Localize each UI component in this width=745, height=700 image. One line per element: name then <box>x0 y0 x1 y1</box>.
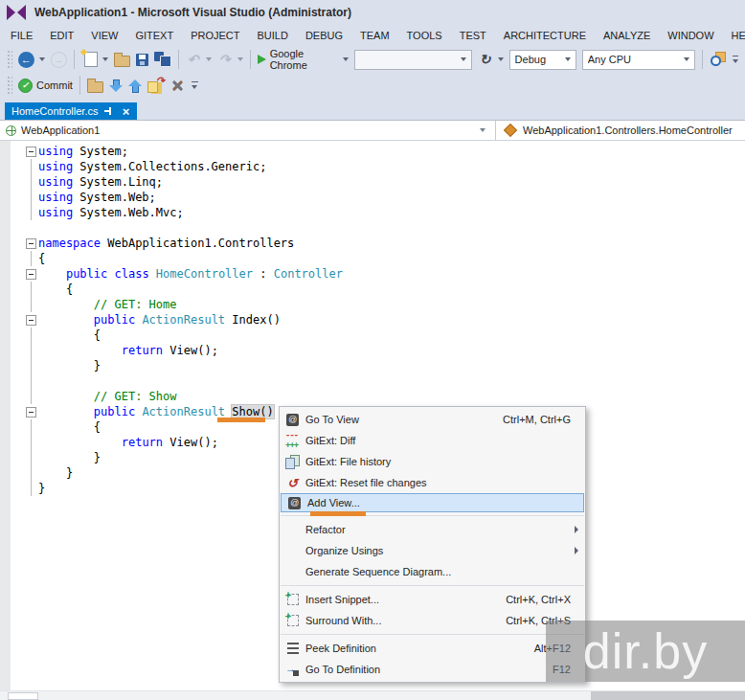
menu-architecture[interactable]: ARCHITECTURE <box>495 27 595 44</box>
menu-project[interactable]: PROJECT <box>182 27 248 44</box>
chevron-down-icon[interactable] <box>206 57 212 61</box>
redo-button[interactable] <box>214 50 246 69</box>
outline-guide-line <box>31 297 32 312</box>
code-line[interactable]: public class HomeController : Controller <box>11 266 745 282</box>
code-line[interactable]: { <box>11 251 745 266</box>
toolbar-drag-handle[interactable] <box>7 76 12 95</box>
peek-definition-icon <box>280 643 305 654</box>
context-menu-item-organize-usings[interactable]: Organize Usings <box>280 540 585 561</box>
menu-edit[interactable]: EDIT <box>41 27 82 44</box>
repo-folder-button[interactable] <box>84 76 106 95</box>
context-menu-item-go-to-definition[interactable]: Go To DefinitionF12 <box>280 659 585 680</box>
save-all-button[interactable] <box>151 50 174 69</box>
close-icon[interactable] <box>121 105 130 117</box>
window-chrome: WebApplication1 - Microsoft Visual Studi… <box>0 0 745 120</box>
settings-tools-button[interactable] <box>167 77 188 95</box>
scrollbar-splitter-box[interactable] <box>8 692 38 700</box>
menu-gitext[interactable]: GITEXT <box>126 27 182 44</box>
commit-check-button[interactable]: Commit <box>15 77 76 95</box>
context-menu-item-gitext-diff[interactable]: GitExt: Diff <box>280 430 585 451</box>
toolbar-overflow-button[interactable] <box>190 78 201 93</box>
context-menu-item-go-to-view[interactable]: Go To ViewCtrl+M, Ctrl+G <box>280 409 585 430</box>
menu-debug[interactable]: DEBUG <box>297 27 351 44</box>
code-line[interactable]: using System.Web; <box>11 190 745 205</box>
toolbar-drag-handle[interactable] <box>7 50 12 69</box>
code-line[interactable]: using System.Collections.Generic; <box>11 159 745 174</box>
collapse-box-icon[interactable] <box>26 147 36 157</box>
razor-view-icon <box>280 414 305 426</box>
menu-window[interactable]: WINDOW <box>659 27 722 44</box>
code-line[interactable]: using System.Web.Mvc; <box>11 205 745 220</box>
code-line[interactable]: namespace WebApplication1.Controllers <box>11 236 745 251</box>
chevron-down-icon[interactable] <box>39 57 45 61</box>
fold-margin <box>11 236 38 251</box>
outline-guide-line <box>31 373 32 389</box>
code-line[interactable]: { <box>11 327 745 343</box>
menu-help[interactable]: HELP <box>723 27 745 44</box>
code-line[interactable]: // GET: Home <box>11 297 745 312</box>
config-value: Debug <box>515 54 565 65</box>
save-button[interactable] <box>133 52 151 68</box>
context-menu-item-add-view[interactable]: Add View... <box>281 493 584 512</box>
chevron-down-icon[interactable] <box>343 57 349 61</box>
pin-icon[interactable] <box>104 106 114 116</box>
commit-check-label: Commit <box>36 79 73 91</box>
config-combo[interactable]: Debug <box>509 50 576 70</box>
context-menu-item-insert-snippet[interactable]: Insert Snippet...Ctrl+K, Ctrl+X <box>280 589 585 610</box>
tab-homecontroller-cs[interactable]: HomeController.cs <box>5 102 137 120</box>
menu-analyze[interactable]: ANALYZE <box>595 27 659 44</box>
menu-tools[interactable]: TOOLS <box>398 27 451 44</box>
menu-team[interactable]: TEAM <box>351 27 398 44</box>
context-menu-item-gitext-reset-file-changes[interactable]: GitExt: Reset file changes <box>280 472 585 493</box>
context-menu-item-gitext-file-history[interactable]: GitExt: File history <box>280 451 585 472</box>
save-all-icon <box>154 52 171 67</box>
code-line[interactable] <box>11 373 745 389</box>
code-text: using System.Web; <box>38 190 156 205</box>
outline-guide-line <box>31 282 32 297</box>
open-folder-button[interactable] <box>111 50 133 69</box>
refresh-button[interactable] <box>475 50 507 69</box>
context-menu-item-generate-sequence-diagram[interactable]: Generate Sequence Diagram... <box>280 561 585 582</box>
code-line[interactable]: using System; <box>11 144 745 159</box>
context-menu-item-refactor[interactable]: Refactor <box>280 519 585 540</box>
context-menu-item-peek-definition[interactable]: Peek DefinitionAlt+F12 <box>280 638 585 659</box>
menu-view[interactable]: VIEW <box>82 27 126 44</box>
menu-build[interactable]: BUILD <box>249 27 297 44</box>
undo-button[interactable] <box>183 50 214 69</box>
code-line[interactable]: public ActionResult Index() <box>11 312 745 327</box>
collapse-box-icon[interactable] <box>26 407 36 418</box>
menu-test[interactable]: TEST <box>451 27 495 44</box>
code-text: { <box>38 419 101 435</box>
chevron-down-icon[interactable] <box>102 57 108 61</box>
collapse-box-icon[interactable] <box>26 238 36 249</box>
code-line[interactable]: } <box>11 358 745 373</box>
toolbar-overflow-button[interactable] <box>731 52 741 67</box>
push-arrow-button[interactable] <box>125 77 145 95</box>
code-line[interactable]: // GET: Show <box>11 389 745 404</box>
nav-back-button[interactable] <box>15 50 48 70</box>
code-line[interactable]: using System.Linq; <box>11 174 745 190</box>
type-dropdown[interactable]: WebApplication1.Controllers.HomeControll… <box>496 124 745 136</box>
fold-margin <box>11 327 38 343</box>
new-file-button[interactable] <box>79 50 111 69</box>
stash-changes-button[interactable] <box>145 77 167 95</box>
nav-forward-button[interactable] <box>48 50 70 70</box>
outline-guide-line <box>31 358 32 373</box>
code-text: } <box>38 465 73 481</box>
collapse-box-icon[interactable] <box>26 269 36 280</box>
chevron-down-icon[interactable] <box>498 57 504 61</box>
pull-arrow-button[interactable] <box>106 77 125 95</box>
chevron-down-icon[interactable] <box>237 57 243 61</box>
menu-file[interactable]: FILE <box>2 27 41 44</box>
collapse-box-icon[interactable] <box>26 315 36 326</box>
menu-separator <box>281 634 584 635</box>
code-line[interactable]: { <box>11 282 745 297</box>
find-in-files-button[interactable] <box>707 50 729 69</box>
platform-combo[interactable]: Any CPU <box>582 50 695 70</box>
project-dropdown[interactable]: WebApplication1 <box>0 124 495 136</box>
start-debug-button[interactable]: Google Chrome <box>255 46 351 73</box>
context-menu-item-surround-with[interactable]: Surround With...Ctrl+K, Ctrl+S <box>280 610 585 631</box>
code-line[interactable]: return View(); <box>11 343 745 358</box>
browse-target-combo[interactable] <box>354 50 472 70</box>
code-line[interactable] <box>11 220 745 236</box>
